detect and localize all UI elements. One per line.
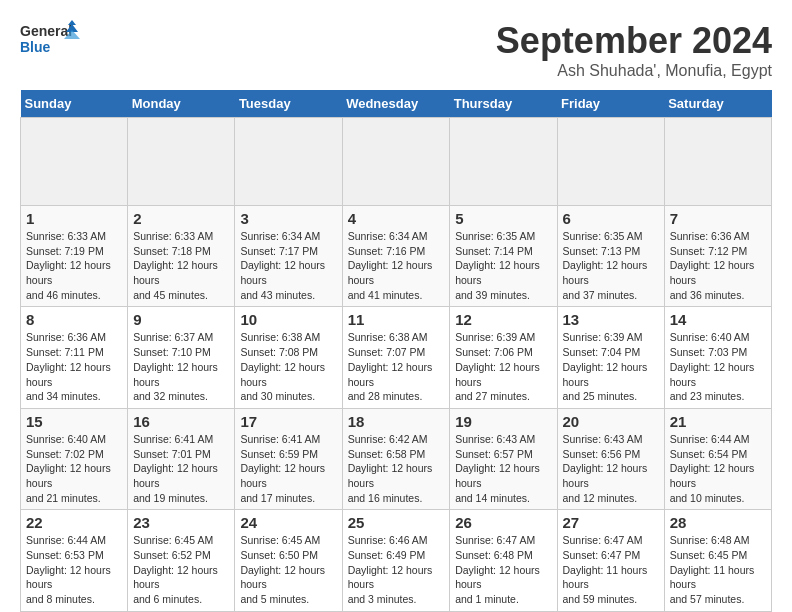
table-row: [557, 118, 664, 206]
day-number: 4: [348, 210, 445, 227]
day-number: 27: [563, 514, 659, 531]
table-row: [21, 118, 128, 206]
day-info: Sunrise: 6:46 AMSunset: 6:49 PMDaylight:…: [348, 533, 445, 606]
day-info: Sunrise: 6:37 AMSunset: 7:10 PMDaylight:…: [133, 330, 229, 403]
table-row: 27Sunrise: 6:47 AMSunset: 6:47 PMDayligh…: [557, 510, 664, 611]
table-row: 21Sunrise: 6:44 AMSunset: 6:54 PMDayligh…: [664, 408, 771, 509]
svg-text:General: General: [20, 23, 72, 39]
day-number: 3: [240, 210, 336, 227]
day-number: 2: [133, 210, 229, 227]
table-row: [664, 118, 771, 206]
day-info: Sunrise: 6:45 AMSunset: 6:50 PMDaylight:…: [240, 533, 336, 606]
calendar-week: [21, 118, 772, 206]
day-info: Sunrise: 6:36 AMSunset: 7:11 PMDaylight:…: [26, 330, 122, 403]
day-number: 22: [26, 514, 122, 531]
table-row: 8Sunrise: 6:36 AMSunset: 7:11 PMDaylight…: [21, 307, 128, 408]
day-number: 13: [563, 311, 659, 328]
table-row: 4Sunrise: 6:34 AMSunset: 7:16 PMDaylight…: [342, 206, 450, 307]
logo-svg: General Blue: [20, 20, 80, 65]
logo: General Blue: [20, 20, 80, 65]
day-number: 18: [348, 413, 445, 430]
day-info: Sunrise: 6:47 AMSunset: 6:47 PMDaylight:…: [563, 533, 659, 606]
day-info: Sunrise: 6:43 AMSunset: 6:56 PMDaylight:…: [563, 432, 659, 505]
day-info: Sunrise: 6:44 AMSunset: 6:53 PMDaylight:…: [26, 533, 122, 606]
calendar-week: 8Sunrise: 6:36 AMSunset: 7:11 PMDaylight…: [21, 307, 772, 408]
table-row: 2Sunrise: 6:33 AMSunset: 7:18 PMDaylight…: [128, 206, 235, 307]
svg-text:Blue: Blue: [20, 39, 51, 55]
table-row: 25Sunrise: 6:46 AMSunset: 6:49 PMDayligh…: [342, 510, 450, 611]
table-row: 20Sunrise: 6:43 AMSunset: 6:56 PMDayligh…: [557, 408, 664, 509]
day-number: 14: [670, 311, 766, 328]
day-number: 20: [563, 413, 659, 430]
table-row: 12Sunrise: 6:39 AMSunset: 7:06 PMDayligh…: [450, 307, 557, 408]
day-number: 11: [348, 311, 445, 328]
table-row: 23Sunrise: 6:45 AMSunset: 6:52 PMDayligh…: [128, 510, 235, 611]
table-row: [128, 118, 235, 206]
day-number: 23: [133, 514, 229, 531]
day-info: Sunrise: 6:42 AMSunset: 6:58 PMDaylight:…: [348, 432, 445, 505]
table-row: 15Sunrise: 6:40 AMSunset: 7:02 PMDayligh…: [21, 408, 128, 509]
day-info: Sunrise: 6:33 AMSunset: 7:18 PMDaylight:…: [133, 229, 229, 302]
col-sunday: Sunday: [21, 90, 128, 118]
day-number: 5: [455, 210, 551, 227]
calendar-week: 1Sunrise: 6:33 AMSunset: 7:19 PMDaylight…: [21, 206, 772, 307]
day-info: Sunrise: 6:38 AMSunset: 7:07 PMDaylight:…: [348, 330, 445, 403]
day-info: Sunrise: 6:35 AMSunset: 7:14 PMDaylight:…: [455, 229, 551, 302]
table-row: 3Sunrise: 6:34 AMSunset: 7:17 PMDaylight…: [235, 206, 342, 307]
day-number: 24: [240, 514, 336, 531]
day-info: Sunrise: 6:41 AMSunset: 7:01 PMDaylight:…: [133, 432, 229, 505]
day-info: Sunrise: 6:40 AMSunset: 7:02 PMDaylight:…: [26, 432, 122, 505]
table-row: [342, 118, 450, 206]
table-row: 16Sunrise: 6:41 AMSunset: 7:01 PMDayligh…: [128, 408, 235, 509]
day-number: 19: [455, 413, 551, 430]
day-number: 10: [240, 311, 336, 328]
day-number: 1: [26, 210, 122, 227]
day-number: 28: [670, 514, 766, 531]
table-row: 19Sunrise: 6:43 AMSunset: 6:57 PMDayligh…: [450, 408, 557, 509]
day-number: 6: [563, 210, 659, 227]
header-row: Sunday Monday Tuesday Wednesday Thursday…: [21, 90, 772, 118]
day-info: Sunrise: 6:38 AMSunset: 7:08 PMDaylight:…: [240, 330, 336, 403]
table-row: 24Sunrise: 6:45 AMSunset: 6:50 PMDayligh…: [235, 510, 342, 611]
day-info: Sunrise: 6:41 AMSunset: 6:59 PMDaylight:…: [240, 432, 336, 505]
col-friday: Friday: [557, 90, 664, 118]
location-title: Ash Shuhada', Monufia, Egypt: [496, 62, 772, 80]
table-row: 14Sunrise: 6:40 AMSunset: 7:03 PMDayligh…: [664, 307, 771, 408]
table-row: [235, 118, 342, 206]
day-number: 7: [670, 210, 766, 227]
table-row: 11Sunrise: 6:38 AMSunset: 7:07 PMDayligh…: [342, 307, 450, 408]
day-info: Sunrise: 6:33 AMSunset: 7:19 PMDaylight:…: [26, 229, 122, 302]
day-info: Sunrise: 6:40 AMSunset: 7:03 PMDaylight:…: [670, 330, 766, 403]
day-number: 21: [670, 413, 766, 430]
calendar-week: 22Sunrise: 6:44 AMSunset: 6:53 PMDayligh…: [21, 510, 772, 611]
day-info: Sunrise: 6:39 AMSunset: 7:06 PMDaylight:…: [455, 330, 551, 403]
table-row: 5Sunrise: 6:35 AMSunset: 7:14 PMDaylight…: [450, 206, 557, 307]
day-info: Sunrise: 6:47 AMSunset: 6:48 PMDaylight:…: [455, 533, 551, 606]
page-header: General Blue September 2024 Ash Shuhada'…: [20, 20, 772, 80]
col-tuesday: Tuesday: [235, 90, 342, 118]
calendar-week: 15Sunrise: 6:40 AMSunset: 7:02 PMDayligh…: [21, 408, 772, 509]
day-number: 8: [26, 311, 122, 328]
day-info: Sunrise: 6:34 AMSunset: 7:17 PMDaylight:…: [240, 229, 336, 302]
day-number: 17: [240, 413, 336, 430]
table-row: 26Sunrise: 6:47 AMSunset: 6:48 PMDayligh…: [450, 510, 557, 611]
table-row: 13Sunrise: 6:39 AMSunset: 7:04 PMDayligh…: [557, 307, 664, 408]
col-saturday: Saturday: [664, 90, 771, 118]
day-info: Sunrise: 6:43 AMSunset: 6:57 PMDaylight:…: [455, 432, 551, 505]
table-row: 6Sunrise: 6:35 AMSunset: 7:13 PMDaylight…: [557, 206, 664, 307]
table-row: 9Sunrise: 6:37 AMSunset: 7:10 PMDaylight…: [128, 307, 235, 408]
table-row: 10Sunrise: 6:38 AMSunset: 7:08 PMDayligh…: [235, 307, 342, 408]
day-info: Sunrise: 6:44 AMSunset: 6:54 PMDaylight:…: [670, 432, 766, 505]
col-monday: Monday: [128, 90, 235, 118]
table-row: 1Sunrise: 6:33 AMSunset: 7:19 PMDaylight…: [21, 206, 128, 307]
table-row: 7Sunrise: 6:36 AMSunset: 7:12 PMDaylight…: [664, 206, 771, 307]
day-info: Sunrise: 6:36 AMSunset: 7:12 PMDaylight:…: [670, 229, 766, 302]
day-info: Sunrise: 6:45 AMSunset: 6:52 PMDaylight:…: [133, 533, 229, 606]
table-row: 17Sunrise: 6:41 AMSunset: 6:59 PMDayligh…: [235, 408, 342, 509]
day-info: Sunrise: 6:39 AMSunset: 7:04 PMDaylight:…: [563, 330, 659, 403]
day-number: 12: [455, 311, 551, 328]
day-info: Sunrise: 6:35 AMSunset: 7:13 PMDaylight:…: [563, 229, 659, 302]
col-wednesday: Wednesday: [342, 90, 450, 118]
table-row: [450, 118, 557, 206]
day-number: 16: [133, 413, 229, 430]
